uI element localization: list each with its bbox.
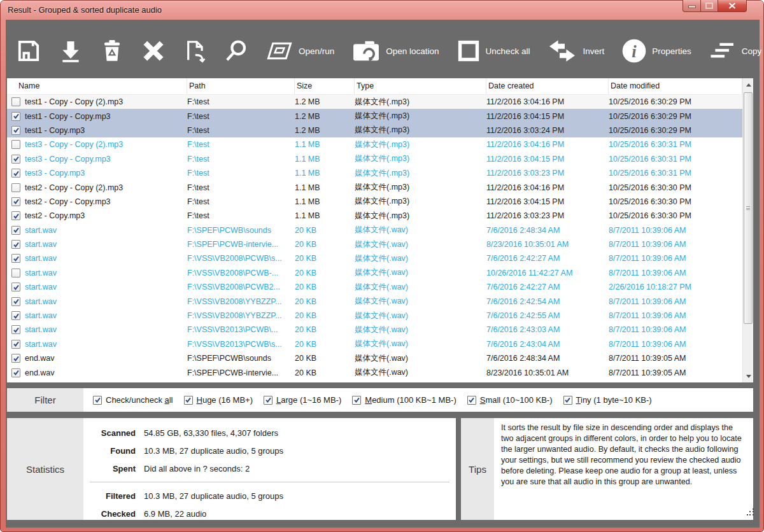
column-header-date-created[interactable]: Date created xyxy=(486,78,609,94)
table-row[interactable]: start.wavF:\VSS\VB2008\YYBZZP...20 KB媒体文… xyxy=(7,309,742,323)
cell-modified: 10/25/2016 6:30:29 PM xyxy=(609,97,742,106)
close-button[interactable] xyxy=(718,0,747,12)
copy-path-button[interactable]: Copy path xyxy=(709,40,764,62)
table-row[interactable]: test2 - Copy.mp3F:\test1.1 MB媒体文件(.mp3)1… xyxy=(7,209,742,223)
row-checkbox-checked[interactable] xyxy=(11,112,20,121)
close-icon xyxy=(728,0,736,11)
table-row[interactable]: end.wavF:\SPEF\PCWB\sounds20 KB媒体文件(.wav… xyxy=(7,351,742,365)
table-row[interactable]: test3 - Copy.mp3F:\test1.1 MB媒体文件(.mp3)1… xyxy=(7,166,742,180)
table-row[interactable]: test1 - Copy - Copy (2).mp3F:\test1.2 MB… xyxy=(7,95,742,109)
row-checkbox-checked[interactable] xyxy=(11,226,20,235)
vertical-scrollbar[interactable] xyxy=(742,78,753,382)
uncheck-all-button[interactable]: Uncheck all xyxy=(456,39,530,63)
filter-label: Tiny (1 byte~10 KB-) xyxy=(576,395,652,405)
cell-created: 10/26/2016 11:42:27 AM xyxy=(486,269,609,277)
table-row[interactable]: test1 - Copy - Copy.mp3F:\test1.2 MB媒体文件… xyxy=(7,109,742,123)
stat-row-found: Found10.3 MB, 27 duplicate audio, 5 grou… xyxy=(90,442,449,459)
row-checkbox-checked[interactable] xyxy=(11,368,20,377)
cell-modified: 8/7/2011 10:39:06 AM xyxy=(609,340,742,349)
invert-button[interactable]: Invert xyxy=(547,38,604,64)
cell-modified: 2/26/2016 10:18:27 PM xyxy=(609,283,742,291)
table-row[interactable]: start.wavF:\VSS\VB2008\YYBZZP...20 KB媒体文… xyxy=(7,294,742,308)
column-header-type[interactable]: Type xyxy=(355,78,486,94)
cell-path: F:\test xyxy=(187,97,295,106)
table-row[interactable]: start.wavF:\SPEF\PCWB-intervie...20 KB媒体… xyxy=(7,237,742,251)
row-checkbox-checked[interactable] xyxy=(11,197,20,206)
scrollbar-down-button[interactable] xyxy=(743,370,754,382)
row-checkbox-checked[interactable] xyxy=(11,240,20,249)
row-checkbox-checked[interactable] xyxy=(11,325,20,334)
row-checkbox-checked[interactable] xyxy=(11,283,20,291)
filter-checkbox-tiny[interactable]: Tiny (1 byte~10 KB-) xyxy=(563,395,652,405)
cell-path: F:\SPEF\PCWB-intervie... xyxy=(187,240,295,249)
cell-path: F:\VSS\VB2008\PCWB2... xyxy=(187,283,295,291)
table-row[interactable]: start.wavF:\SPEF\PCWB\sounds20 KB媒体文件(.w… xyxy=(7,223,742,237)
properties-button[interactable]: iProperties xyxy=(621,38,691,64)
stat-value: Did all above in ? seconds: 2 xyxy=(144,464,449,473)
table-row[interactable]: test2 - Copy - Copy.mp3F:\test1.1 MB媒体文件… xyxy=(7,195,742,209)
table-row[interactable]: start.wavF:\VSS\VB2008\PCWB\s...20 KB媒体文… xyxy=(7,251,742,265)
titlebar[interactable]: Result - Grouped & sorted duplicate audi… xyxy=(1,1,763,20)
stat-label: Scanned xyxy=(90,428,136,438)
cell-size: 1.1 MB xyxy=(295,211,355,220)
column-header-name[interactable]: Name xyxy=(7,78,187,94)
row-checkbox-checked[interactable] xyxy=(11,169,20,178)
download-button[interactable] xyxy=(59,38,83,64)
tips-section-label: Tips xyxy=(461,418,494,520)
cell-created: 7/6/2016 2:43:04 AM xyxy=(486,340,609,349)
table-row[interactable]: start.wavF:\VSS\VB2008\PCWB-...20 KB媒体文件… xyxy=(7,266,742,280)
delete-button[interactable] xyxy=(141,39,166,63)
table-row[interactable]: test2 - Copy - Copy (2).mp3F:\test1.1 MB… xyxy=(7,180,742,194)
row-checkbox-checked[interactable] xyxy=(11,297,20,306)
cell-created: 11/2/2016 3:04:16 PM xyxy=(486,140,609,149)
resize-grip[interactable] xyxy=(747,508,754,516)
filter-checkbox-small[interactable]: Small (10~100 KB-) xyxy=(467,395,553,405)
table-row[interactable]: start.wavF:\VSS\VB2013\PCWB\...20 KB媒体文件… xyxy=(7,323,742,337)
cell-name: start.wav xyxy=(25,240,187,249)
row-checkbox-checked[interactable] xyxy=(11,254,20,263)
row-checkbox-checked[interactable] xyxy=(11,211,20,220)
row-checkbox-checked[interactable] xyxy=(11,340,20,349)
save-button[interactable] xyxy=(16,38,41,64)
cell-modified: 8/7/2011 10:39:06 AM xyxy=(609,269,742,277)
search-button[interactable] xyxy=(224,38,248,64)
row-checkbox-checked[interactable] xyxy=(11,354,20,363)
table-row[interactable]: start.wavF:\VSS\VB2013\PCWB\s...20 KB媒体文… xyxy=(7,337,742,351)
stat-value: 6.9 MB, 22 audio xyxy=(144,509,449,519)
cell-path: F:\test xyxy=(187,155,295,164)
cell-size: 20 KB xyxy=(295,297,355,306)
cell-created: 7/6/2016 2:43:03 AM xyxy=(486,325,609,334)
table-row[interactable]: start.wavF:\VSS\VB2008\PCWB2...20 KB媒体文件… xyxy=(7,280,742,294)
filter-checkbox-huge[interactable]: Huge (16 MB+) xyxy=(184,395,253,405)
cell-path: F:\test xyxy=(187,126,295,135)
column-header-path[interactable]: Path xyxy=(187,78,295,94)
open-run-button[interactable]: Open/run xyxy=(265,40,334,62)
filter-checkbox-large[interactable]: Large (1~16 MB-) xyxy=(264,395,341,405)
row-checkbox-checked[interactable] xyxy=(11,155,20,164)
table-row[interactable]: test3 - Copy - Copy (2).mp3F:\test1.1 MB… xyxy=(7,137,742,151)
scrollbar-up-button[interactable] xyxy=(743,79,754,90)
row-checkbox-unchecked[interactable] xyxy=(11,97,20,106)
recycle-bin-button[interactable] xyxy=(100,38,124,64)
move-file-button[interactable] xyxy=(183,38,207,64)
row-checkbox-checked[interactable] xyxy=(11,311,20,320)
open-location-button[interactable]: Open location xyxy=(351,38,439,64)
scrollbar-thumb[interactable] xyxy=(744,92,753,324)
table-row[interactable]: test3 - Copy - Copy.mp3F:\test1.1 MB媒体文件… xyxy=(7,152,742,166)
table-row[interactable]: test1 - Copy.mp3F:\test1.2 MB媒体文件(.mp3)1… xyxy=(7,123,742,137)
cell-type: 媒体文件(.wav) xyxy=(355,282,486,293)
filter-checkbox-checkuncheck[interactable]: Check/uncheck all xyxy=(93,395,173,405)
maximize-button[interactable] xyxy=(701,0,718,12)
table-row[interactable]: end.wavF:\SPEF\PCWB-intervie...20 KB媒体文件… xyxy=(7,365,742,379)
cell-type: 媒体文件(.wav) xyxy=(355,311,486,321)
cell-path: F:\VSS\VB2008\PCWB-... xyxy=(187,269,295,277)
column-header-size[interactable]: Size xyxy=(295,78,355,94)
filter-checkbox-medium[interactable]: Medium (100 KB~1 MB-) xyxy=(352,395,456,405)
column-header-date-modified[interactable]: Date modified xyxy=(609,78,742,94)
minimize-button[interactable] xyxy=(683,0,701,12)
row-checkbox-unchecked[interactable] xyxy=(11,269,20,277)
row-checkbox-unchecked[interactable] xyxy=(11,140,20,149)
checkbox-icon xyxy=(184,396,193,405)
row-checkbox-checked[interactable] xyxy=(11,126,20,135)
row-checkbox-unchecked[interactable] xyxy=(11,183,20,192)
